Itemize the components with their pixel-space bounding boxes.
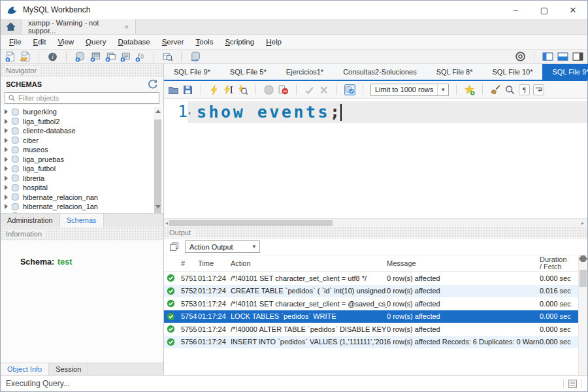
schema-item-hospital[interactable]: hospital xyxy=(1,183,163,193)
open-file-icon[interactable] xyxy=(168,84,179,95)
create-table-icon[interactable] xyxy=(90,51,101,62)
search-data-icon[interactable] xyxy=(162,51,173,62)
output-row-5751[interactable]: 575101:17:24/*!40101 SET character_set_c… xyxy=(164,272,587,285)
schema-item-liga_pruebas[interactable]: liga_pruebas xyxy=(1,155,163,165)
expand-arrow-icon[interactable] xyxy=(5,128,8,133)
schema-item-liga_futbol2[interactable]: liga_futbol2 xyxy=(1,117,163,127)
row-number: 5756 xyxy=(181,338,198,346)
explain-icon[interactable] xyxy=(237,84,248,95)
output-view-select[interactable]: Action Output ▼ xyxy=(185,240,260,253)
rollback-icon[interactable] xyxy=(318,84,329,95)
schema-item-hibernate_relacion_1an[interactable]: hibernate_relacion_1an xyxy=(1,202,163,212)
menu-view[interactable]: View xyxy=(52,36,80,48)
expand-arrow-icon[interactable] xyxy=(5,109,8,114)
expand-arrow-icon[interactable] xyxy=(5,195,8,200)
output-row-5754[interactable]: 575401:17:24LOCK TABLES `pedidos` WRITE0… xyxy=(164,310,587,323)
menu-server[interactable]: Server xyxy=(156,36,190,48)
invisibles-icon[interactable]: ¶ xyxy=(519,84,530,95)
menu-file[interactable]: File xyxy=(3,36,27,48)
schema-item-burgerking[interactable]: burgerking xyxy=(1,107,163,117)
filter-input[interactable] xyxy=(18,94,156,102)
tab-schemas[interactable]: Schemas xyxy=(60,214,104,227)
expand-arrow-icon[interactable] xyxy=(5,147,8,152)
schema-item-gestion[interactable]: gestion xyxy=(1,212,163,213)
inspector-icon[interactable]: i xyxy=(47,51,58,62)
output-scrollbar[interactable] xyxy=(578,255,587,375)
limit-rows-select[interactable]: Limit to 1000 rows ▼ xyxy=(370,84,449,96)
menu-database[interactable]: Database xyxy=(112,36,155,48)
sql-tab-5[interactable]: SQL File 8* xyxy=(427,64,483,80)
tab-object-info[interactable]: Object Info xyxy=(1,363,49,375)
save-icon[interactable] xyxy=(182,84,193,95)
expand-arrow-icon[interactable] xyxy=(5,138,8,143)
schema-item-museos[interactable]: museos xyxy=(1,145,163,155)
expand-arrow-icon[interactable] xyxy=(5,157,8,162)
execute-icon[interactable] xyxy=(208,84,220,95)
menu-help[interactable]: Help xyxy=(260,36,287,48)
expand-arrow-icon[interactable] xyxy=(5,185,8,190)
menu-edit[interactable]: Edit xyxy=(27,36,52,48)
tree-scrollbar[interactable] xyxy=(154,106,162,212)
output-row-5752[interactable]: 575201:17:24CREATE TABLE `pedidos` ( `id… xyxy=(164,285,587,298)
execute-current-icon[interactable] xyxy=(223,84,234,95)
stop-icon[interactable] xyxy=(263,84,274,95)
autocommit-icon[interactable] xyxy=(344,84,355,95)
stop-on-error-icon[interactable] xyxy=(278,84,289,95)
preferences-icon[interactable] xyxy=(515,51,526,62)
editor-horizontal-scrollbar[interactable]: ◂ ▸ xyxy=(164,218,587,227)
schema-item-liga_futbol[interactable]: liga_futbol xyxy=(1,164,163,174)
sql-tab-1[interactable]: SQL File 9* xyxy=(164,64,220,80)
menu-tools[interactable]: Tools xyxy=(190,36,220,48)
menu-query[interactable]: Query xyxy=(80,36,112,48)
schema-item-libreria[interactable]: libreria xyxy=(1,174,163,184)
close-button[interactable]: ✕ xyxy=(559,1,587,19)
output-row-5753[interactable]: 575301:17:24/*!40101 SET character_set_c… xyxy=(164,297,587,310)
stacked-panels-icon[interactable] xyxy=(169,241,180,252)
tab-session[interactable]: Session xyxy=(49,363,88,375)
toggle-output-icon[interactable] xyxy=(557,51,568,62)
expand-arrow-icon[interactable] xyxy=(5,204,8,209)
sql-tab-3[interactable]: Ejercicios1* xyxy=(276,64,333,80)
create-schema-icon[interactable] xyxy=(74,51,86,62)
sql-tab-2[interactable]: SQL File 5* xyxy=(220,64,276,80)
tab-administration[interactable]: Administration xyxy=(1,214,60,227)
home-tab[interactable] xyxy=(1,19,22,34)
output-row-5756[interactable]: 575601:17:24INSERT INTO `pedidos` VALUES… xyxy=(164,336,587,349)
refresh-icon[interactable] xyxy=(147,78,158,90)
sql-tab-6[interactable]: SQL File 10* xyxy=(483,64,543,80)
connection-tab-close-icon[interactable]: × xyxy=(125,23,129,31)
open-sql-script-icon[interactable]: SQL xyxy=(20,51,31,62)
toggle-sidebar-icon[interactable] xyxy=(542,51,553,62)
create-view-icon[interactable] xyxy=(105,51,116,62)
reconnect-icon[interactable] xyxy=(189,51,201,62)
save-snippet-icon[interactable] xyxy=(464,84,475,95)
expand-arrow-icon[interactable] xyxy=(5,176,8,181)
create-procedure-icon[interactable] xyxy=(120,51,131,62)
sql-tab-4[interactable]: Consultas2-Soluciones xyxy=(333,64,427,80)
sql-editor[interactable]: 1· show events; xyxy=(164,99,587,218)
row-time: 01:17:24 xyxy=(198,274,231,282)
success-check-icon xyxy=(167,274,175,282)
minimize-button[interactable]: – xyxy=(501,1,530,19)
schema-item-hibernate_relacion_nan[interactable]: hibernate_relacion_nan xyxy=(1,193,163,203)
find-icon[interactable] xyxy=(504,84,515,95)
output-row-5755[interactable]: 575501:17:24/*!40000 ALTER TABLE `pedido… xyxy=(164,323,587,336)
form-view-icon[interactable] xyxy=(567,378,578,389)
beautify-icon[interactable] xyxy=(490,84,501,95)
create-function-icon[interactable]: f() xyxy=(135,51,146,62)
filter-row xyxy=(1,91,163,105)
schema-item-cliente-database[interactable]: cliente-database xyxy=(1,126,163,136)
menu-bar: FileEditViewQueryDatabaseServerToolsScri… xyxy=(1,35,587,49)
new-sql-tab-icon[interactable]: SQL xyxy=(5,51,16,62)
sql-tab-7[interactable]: SQL File 9*× xyxy=(542,64,588,80)
schema-item-ciber[interactable]: ciber xyxy=(1,136,163,146)
commit-icon[interactable] xyxy=(304,84,315,95)
expand-arrow-icon[interactable] xyxy=(5,166,8,171)
menu-scripting[interactable]: Scripting xyxy=(219,36,260,48)
maximize-button[interactable]: ▢ xyxy=(530,1,559,19)
expand-arrow-icon[interactable] xyxy=(5,119,8,124)
schema-item-label: ciber xyxy=(23,137,39,144)
toggle-secondary-sidebar-icon[interactable] xyxy=(572,51,583,62)
connection-tab-xampp[interactable]: xampp - Warning - not suppor... × xyxy=(22,19,136,34)
wrap-icon[interactable] xyxy=(533,84,544,95)
